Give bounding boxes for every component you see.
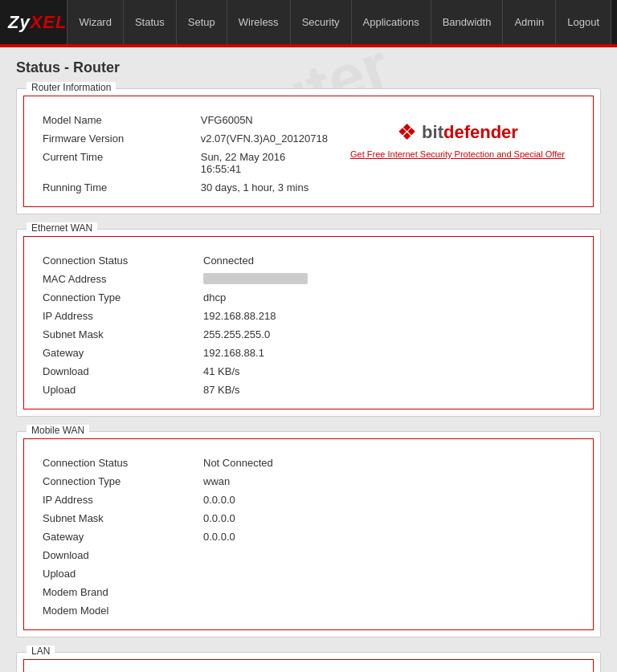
row-label: IP Address: [36, 307, 197, 325]
table-row: Download41 KB/s: [36, 362, 581, 381]
mobile-wan-table: Connection StatusNot ConnectedConnection…: [36, 454, 581, 620]
row-value: [197, 546, 581, 564]
table-row: Gateway0.0.0.0: [36, 527, 581, 546]
row-label: Modem Model: [36, 601, 197, 620]
row-value: 0.0.0.0: [197, 509, 581, 527]
table-row: Subnet Mask255.255.255.0: [36, 325, 581, 344]
table-row: IP Address192.168.88.218: [36, 307, 581, 325]
bitdefender-shield-icon: ❖: [397, 119, 417, 145]
page-title: Status - Router: [16, 59, 601, 76]
mobile-wan-section: Mobile WAN Connection StatusNot Connecte…: [16, 431, 601, 637]
table-row: Connection Typedhcp: [36, 288, 581, 307]
ethernet-wan-legend: Ethernet WAN: [27, 222, 97, 234]
nav-item-admin[interactable]: Admin: [503, 0, 556, 44]
row-value: Not Connected: [197, 454, 581, 472]
router-info-section: Router Information Model NameVFG6005NFir…: [16, 88, 601, 214]
table-row: Gateway192.168.88.1: [36, 344, 581, 362]
row-value: 0.0.0.0: [197, 491, 581, 509]
table-row: MAC Address: [36, 270, 581, 288]
bitdefender-link[interactable]: Get Free Internet Security Protection an…: [350, 149, 565, 159]
bitdefender-ad: ❖ bitdefender Get Free Internet Security…: [334, 111, 581, 167]
table-row: Connection StatusNot Connected: [36, 454, 581, 472]
bitdefender-text: bitdefender: [422, 122, 518, 143]
nav-item-security[interactable]: Security: [291, 0, 352, 44]
row-label: Subnet Mask: [36, 509, 197, 527]
row-label: Upload: [36, 381, 197, 399]
nav-item-wizard[interactable]: Wizard: [67, 0, 123, 44]
row-label: Connection Type: [36, 288, 197, 307]
table-row: IP Address0.0.0.0: [36, 491, 581, 509]
row-label: Connection Type: [36, 472, 197, 491]
row-value: 41 KB/s: [197, 362, 581, 381]
row-value: VFG6005N: [194, 111, 334, 129]
masked-value: [203, 273, 308, 284]
row-label: Modem Brand: [36, 583, 197, 601]
row-value: Connected: [197, 251, 581, 270]
nav-item-wireless[interactable]: Wireless: [227, 0, 291, 44]
table-row: Connection Typewwan: [36, 472, 581, 491]
row-label: Connection Status: [36, 251, 197, 270]
lan-legend: LAN: [27, 646, 55, 657]
mobile-wan-inner: Connection StatusNot ConnectedConnection…: [23, 438, 594, 630]
row-value: 87 KB/s: [197, 381, 581, 399]
row-label: Current Time: [36, 148, 194, 178]
row-value: [197, 564, 581, 583]
table-row: Download: [36, 546, 581, 564]
table-row: Modem Model: [36, 601, 581, 620]
table-row: Subnet Mask0.0.0.0: [36, 509, 581, 527]
ethernet-wan-table: Connection StatusConnectedMAC Address Co…: [36, 251, 581, 399]
row-value: 192.168.88.1: [197, 344, 581, 362]
row-label: Subnet Mask: [36, 325, 197, 344]
row-value: [197, 270, 581, 288]
router-info-inner: Model NameVFG6005NFirmware Versionv2.07(…: [23, 96, 594, 207]
row-label: Download: [36, 546, 197, 564]
row-value: wwan: [197, 472, 581, 491]
row-label: Model Name: [36, 111, 194, 129]
row-value: 30 days, 1 hour, 3 mins: [194, 178, 334, 197]
row-label: Running Time: [36, 178, 194, 197]
router-info-table: Model NameVFG6005NFirmware Versionv2.07(…: [36, 111, 334, 197]
ethernet-wan-inner: Connection StatusConnectedMAC Address Co…: [23, 236, 594, 409]
row-label: Download: [36, 362, 197, 381]
row-label: Connection Status: [36, 454, 197, 472]
nav-item-setup[interactable]: Setup: [177, 0, 227, 44]
table-row: Current TimeSun, 22 May 2016 16:55:41: [36, 148, 334, 178]
table-row: Upload: [36, 564, 581, 583]
table-row: Connection StatusConnected: [36, 251, 581, 270]
router-info-left: Model NameVFG6005NFirmware Versionv2.07(…: [36, 111, 334, 197]
mobile-wan-legend: Mobile WAN: [27, 425, 89, 436]
lan-section: LAN MAC Address: [16, 652, 601, 672]
row-value: 255.255.255.0: [197, 325, 581, 344]
defender-text: defender: [443, 122, 518, 142]
nav: WizardStatusSetupWirelessSecurityApplica…: [67, 0, 611, 44]
row-value: dhcp: [197, 288, 581, 307]
row-value: [197, 601, 581, 620]
row-label: Upload: [36, 564, 197, 583]
nav-item-status[interactable]: Status: [124, 0, 177, 44]
row-value: [197, 583, 581, 601]
nav-item-logout[interactable]: Logout: [556, 0, 611, 44]
lan-inner: MAC Address: [23, 659, 594, 672]
table-row: Upload87 KB/s: [36, 381, 581, 399]
row-value: 192.168.88.218: [197, 307, 581, 325]
row-value: Sun, 22 May 2016 16:55:41: [194, 148, 334, 178]
bitdefender-logo: ❖ bitdefender: [397, 119, 518, 145]
ethernet-wan-section: Ethernet WAN Connection StatusConnectedM…: [16, 229, 601, 417]
row-label: IP Address: [36, 491, 197, 509]
header: ZyXEL WizardStatusSetupWirelessSecurityA…: [0, 0, 617, 44]
table-row: Running Time30 days, 1 hour, 3 mins: [36, 178, 334, 197]
nav-item-bandwidth[interactable]: Bandwidth: [431, 0, 504, 44]
row-label: MAC Address: [36, 270, 197, 288]
logo: ZyXEL: [8, 12, 67, 33]
table-row: Firmware Versionv2.07(VFN.3)A0_20120718: [36, 129, 334, 148]
row-value: 0.0.0.0: [197, 527, 581, 546]
main-content: setuprouter Status - Router Router Infor…: [0, 47, 617, 672]
row-label: Firmware Version: [36, 129, 194, 148]
row-value: v2.07(VFN.3)A0_20120718: [194, 129, 334, 148]
row-label: Gateway: [36, 344, 197, 362]
table-row: Model NameVFG6005N: [36, 111, 334, 129]
nav-item-applications[interactable]: Applications: [352, 0, 431, 44]
router-info-legend: Router Information: [27, 82, 116, 93]
router-info-layout: Model NameVFG6005NFirmware Versionv2.07(…: [36, 111, 581, 197]
row-label: Gateway: [36, 527, 197, 546]
